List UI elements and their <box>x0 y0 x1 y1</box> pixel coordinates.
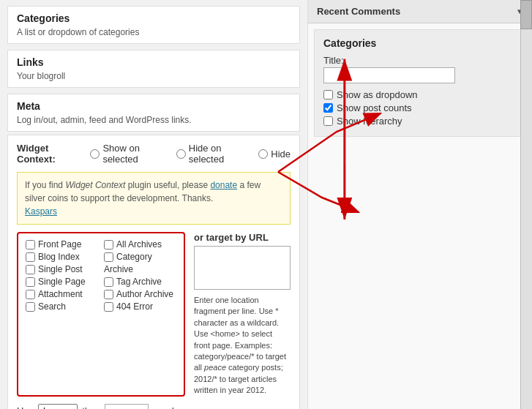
checkbox-search[interactable]: Search <box>26 301 98 312</box>
checkbox-404-input[interactable] <box>104 302 113 312</box>
radio-hide-input[interactable] <box>258 149 268 159</box>
widget-categories: Categories A list or dropdown of categor… <box>7 6 300 44</box>
than-label: than <box>82 405 100 409</box>
checkbox-category-archive[interactable]: Category <box>104 252 176 262</box>
checkbox-blog-index-label: Blog Index <box>38 252 80 262</box>
show-post-counts-label: Show post counts <box>337 102 412 113</box>
show-as-dropdown-item[interactable]: Show as dropdown <box>323 89 517 100</box>
checkbox-front-page-input[interactable] <box>26 240 35 249</box>
checkbox-search-label: Search <box>38 301 66 312</box>
checkbox-blog-index[interactable]: Blog Index <box>26 252 98 262</box>
checkbox-tag-archive-input[interactable] <box>104 277 113 287</box>
checkbox-attachment[interactable]: Attachment <box>26 289 98 299</box>
checkbox-author-archive[interactable]: Author Archive <box>104 289 176 299</box>
radio-hide[interactable]: Hide <box>258 149 291 160</box>
radio-hide-selected-input[interactable] <box>176 149 186 159</box>
checkbox-search-input[interactable] <box>26 302 35 312</box>
radio-show-selected-input[interactable] <box>90 149 100 159</box>
words-count-input[interactable] <box>105 404 149 409</box>
url-textarea[interactable] <box>194 246 291 290</box>
checkbox-attachment-input[interactable] <box>26 290 35 299</box>
recent-comments-bar: Recent Comments ▼ <box>308 0 532 23</box>
widget-links-desc: Your blogroll <box>17 71 291 81</box>
less-more-select[interactable]: less more <box>38 404 78 409</box>
categories-settings: Categories Title: Show as dropdown Show … <box>314 29 526 137</box>
scrollbar[interactable] <box>520 0 532 409</box>
widget-links: Links Your blogroll <box>7 50 300 88</box>
settings-checkboxes: Show as dropdown Show post counts Show h… <box>323 89 517 127</box>
widget-context-bar: Widget Context: Show on selected Hide on… <box>17 143 291 165</box>
has-row: Has less more than words <box>17 404 291 409</box>
checkbox-single-page-input[interactable] <box>26 277 35 287</box>
notice-text: If you find Widget Context plugin useful… <box>25 180 261 203</box>
title-field-row: Title: <box>323 55 517 83</box>
right-panel: Recent Comments ▼ Categories Title: Show… <box>307 0 532 409</box>
checkbox-author-archive-label: Author Archive <box>116 289 173 299</box>
words-label: words <box>153 405 179 409</box>
show-as-dropdown-input[interactable] <box>323 90 333 100</box>
checkbox-author-archive-input[interactable] <box>104 290 113 299</box>
checkbox-blog-index-input[interactable] <box>26 252 35 262</box>
show-hierarchy-label: Show hierarchy <box>337 116 402 127</box>
checkbox-category-archive-input[interactable] <box>104 252 113 262</box>
show-as-dropdown-label: Show as dropdown <box>337 89 418 100</box>
categories-settings-title: Categories <box>323 37 517 49</box>
checkbox-tag-archive[interactable]: Tag Archive <box>104 277 176 287</box>
has-label: Has <box>17 405 34 409</box>
checkboxes-panel: Front Page All Archives Blog Index <box>17 232 185 397</box>
checkbox-category-archive2[interactable]: Archive <box>104 264 176 274</box>
radio-show-selected[interactable]: Show on selected <box>90 143 164 165</box>
url-section: or target by URL Enter one location frag… <box>194 232 291 397</box>
checkbox-404-label: 404 Error <box>116 301 153 312</box>
checkbox-single-page-label: Single Page <box>38 277 86 287</box>
checkbox-category-archive2-label: Archive <box>104 264 133 274</box>
checkbox-single-post-input[interactable] <box>26 265 35 274</box>
show-post-counts-input[interactable] <box>323 103 333 113</box>
show-hierarchy-input[interactable] <box>323 116 333 126</box>
checkbox-grid: Front Page All Archives Blog Index <box>26 239 176 312</box>
kaspars-link[interactable]: Kaspars <box>25 206 57 217</box>
widget-meta-desc: Log in/out, admin, feed and WordPress li… <box>17 115 291 125</box>
show-hierarchy-item[interactable]: Show hierarchy <box>323 116 517 127</box>
widget-links-title: Links <box>17 56 291 68</box>
checkbox-all-archives[interactable]: All Archives <box>104 239 176 249</box>
checkbox-404[interactable]: 404 Error <box>104 301 176 312</box>
widget-meta-title: Meta <box>17 100 291 112</box>
checkbox-single-post-label: Single Post <box>38 264 83 274</box>
notice-box: If you find Widget Context plugin useful… <box>17 172 291 225</box>
checkbox-front-page-label: Front Page <box>38 239 81 249</box>
main-container: Categories A list or dropdown of categor… <box>0 0 532 409</box>
checkboxes-and-url: Front Page All Archives Blog Index <box>17 232 291 397</box>
checkbox-all-archives-label: All Archives <box>116 239 162 249</box>
widget-meta: Meta Log in/out, admin, feed and WordPre… <box>7 94 300 132</box>
radio-hide-label: Hide <box>271 149 291 160</box>
widget-context-section: Widget Context: Show on selected Hide on… <box>7 135 300 409</box>
checkbox-all-archives-input[interactable] <box>104 240 113 249</box>
radio-hide-selected-label: Hide on selected <box>189 143 247 165</box>
checkbox-attachment-label: Attachment <box>38 289 83 299</box>
url-help-text: Enter one location fragment per line. Us… <box>194 295 291 397</box>
url-section-label: or target by URL <box>194 232 291 243</box>
recent-comments-label: Recent Comments <box>317 6 400 17</box>
checkbox-front-page[interactable]: Front Page <box>26 239 98 249</box>
widget-categories-title: Categories <box>17 12 291 24</box>
radio-show-selected-label: Show on selected <box>102 143 164 165</box>
scrollbar-thumb[interactable] <box>520 0 532 29</box>
sidebar: Categories A list or dropdown of categor… <box>0 0 307 409</box>
title-field-input[interactable] <box>323 67 455 83</box>
checkbox-single-page[interactable]: Single Page <box>26 277 98 287</box>
radio-hide-selected[interactable]: Hide on selected <box>176 143 247 165</box>
checkbox-tag-archive-label: Tag Archive <box>116 277 162 287</box>
show-post-counts-item[interactable]: Show post counts <box>323 102 517 113</box>
checkbox-category-archive-label: Category <box>116 252 152 262</box>
donate-link[interactable]: donate <box>210 180 237 190</box>
widget-context-label: Widget Context: <box>17 143 78 165</box>
checkbox-single-post[interactable]: Single Post <box>26 264 98 274</box>
widget-categories-desc: A list or dropdown of categories <box>17 27 291 37</box>
title-field-label: Title: <box>323 55 517 66</box>
